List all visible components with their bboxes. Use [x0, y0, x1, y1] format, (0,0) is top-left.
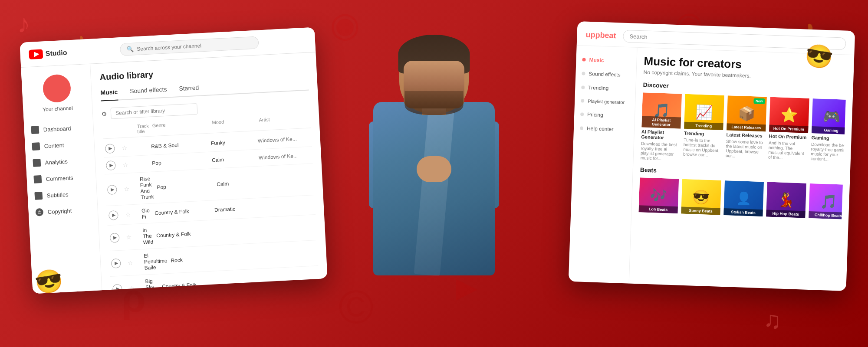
- track-play-btn[interactable]: [106, 160, 116, 170]
- yt-col-star: [121, 124, 134, 135]
- track-genre: Pop: [152, 157, 209, 167]
- track-mood: Dramatic: [214, 205, 258, 213]
- card-gaming-desc: Download the best royalty-free gaming mu…: [811, 142, 846, 162]
- uppbeat-nav-trending-label: Trending: [588, 85, 608, 92]
- card-gaming-title: Gaming: [811, 135, 845, 141]
- yt-tab-music[interactable]: Music: [100, 88, 118, 101]
- track-play-btn[interactable]: [110, 233, 120, 243]
- uppbeat-beats-cards: 🎶 Lofi Beats 😎 Sunny Beats 👤 Stylish Be: [638, 177, 843, 219]
- card-hot-desc: And in the vol nothing. The musical equi…: [768, 140, 808, 160]
- uppbeat-nav-dot-music: [582, 58, 585, 61]
- card-latest-badge: New: [753, 98, 765, 104]
- uppbeat-card-hiphop[interactable]: 💃 Hip Hop Beats: [766, 182, 806, 218]
- card-chillhop-label: Chillhop Beats: [809, 211, 843, 219]
- track-play-btn[interactable]: [108, 210, 118, 220]
- card-stylish-image: 👤 Stylish Beats: [723, 180, 764, 216]
- track-play-btn[interactable]: [107, 185, 117, 195]
- uppbeat-card-latest[interactable]: 📦 New Latest Releases Latest Releases Sh…: [725, 95, 766, 164]
- uppbeat-card-stylish[interactable]: 👤 Stylish Beats: [723, 180, 764, 216]
- card-latest-image: 📦 New Latest Releases: [727, 95, 767, 131]
- yt-search-bar[interactable]: 🔍: [120, 36, 259, 56]
- yt-body: Your channel Dashboard Content Analytics…: [21, 52, 327, 294]
- uppbeat-nav-trending[interactable]: Trending: [575, 80, 636, 96]
- yt-col-genre: Genre: [152, 120, 209, 134]
- card-gaming-label: Gaming: [812, 126, 846, 134]
- card-latest-title: Latest Releases: [727, 132, 766, 138]
- uppbeat-nav-dot-pricing: [580, 112, 584, 116]
- track-play-btn[interactable]: [105, 144, 115, 154]
- uppbeat-card-chillhop[interactable]: 🎵 Chillhop Beats: [809, 183, 843, 219]
- uppbeat-nav-dot-help: [580, 126, 583, 130]
- track-star[interactable]: ☆: [128, 259, 141, 266]
- yt-col-mood: Mood: [212, 118, 256, 130]
- yt-library-search[interactable]: [110, 103, 197, 119]
- uppbeat-nav-playlist-label: Playlist generator: [588, 98, 625, 105]
- track-genre: R&B & Soul: [151, 141, 208, 150]
- uppbeat-card-sunny[interactable]: 😎 Sunny Beats: [681, 179, 721, 215]
- yt-sidebar: Your channel Dashboard Content Analytics…: [21, 64, 102, 294]
- card-hot-title: Hot On Premium: [769, 133, 808, 140]
- track-star[interactable]: ☆: [124, 185, 137, 193]
- yt-col-artist: Artist: [259, 115, 311, 128]
- card-ai-title: AI Playlist Generator: [641, 129, 681, 141]
- uppbeat-nav-dot-playlist: [581, 99, 584, 102]
- track-artist: [261, 205, 313, 207]
- uppbeat-discover-cards: 🎵 AI Playlist Generator AI Playlist Gene…: [641, 92, 846, 167]
- yt-avatar: [42, 74, 71, 103]
- yt-tabs: Music Sound effects Starred: [100, 78, 309, 101]
- uppbeat-nav-soundeffects-label: Sound effects: [589, 71, 621, 78]
- yt-main: Audio library Music Sound effects Starre…: [90, 52, 328, 293]
- yt-col-title: Track title: [137, 123, 149, 134]
- yt-nav-copyright[interactable]: © Copyright: [28, 201, 98, 221]
- uppbeat-card-ai[interactable]: 🎵 AI Playlist Generator AI Playlist Gene…: [641, 92, 682, 161]
- track-artist: [263, 227, 315, 230]
- card-latest-desc: Show some love to the latest music on Up…: [726, 139, 765, 159]
- track-star[interactable]: ☆: [122, 144, 135, 152]
- card-latest-label: Latest Releases: [727, 123, 766, 131]
- uppbeat-sidebar: Music Sound effects Trending Playlist ge…: [569, 46, 638, 284]
- track-mood: Calm: [212, 155, 256, 163]
- card-trending-title: Trending: [684, 130, 723, 137]
- yt-analytics-icon: [33, 159, 41, 167]
- yt-logo-text: Studio: [45, 49, 67, 58]
- card-stylish-label: Stylish Beats: [723, 208, 763, 216]
- uppbeat-body: Music Sound effects Trending Playlist ge…: [569, 46, 855, 291]
- yt-tab-starred[interactable]: Starred: [179, 84, 199, 96]
- track-play-btn[interactable]: [111, 259, 121, 268]
- track-star[interactable]: ☆: [126, 233, 140, 241]
- uppbeat-nav-dot-trending: [581, 85, 585, 89]
- yt-search-input[interactable]: [137, 40, 252, 52]
- card-ai-image: 🎵 AI Playlist Generator: [641, 92, 682, 128]
- card-lofi-image: 🎶 Lofi Beats: [638, 177, 679, 213]
- uppbeat-nav-help-label: Help center: [587, 125, 614, 132]
- yt-logo: Studio: [29, 48, 67, 59]
- uppbeat-card-trending[interactable]: 📈 Trending Trending Tune-in to the hotte…: [683, 94, 724, 163]
- uppbeat-nav-playlist[interactable]: Playlist generator: [575, 94, 635, 109]
- track-star[interactable]: ☆: [122, 161, 136, 169]
- uppbeat-card-gaming[interactable]: 🎮 Gaming Gaming Download the best royalt…: [810, 98, 845, 167]
- uppbeat-logo-text: uppbeat: [585, 30, 616, 40]
- yt-content-icon: [32, 142, 40, 151]
- card-sunny-image: 😎 Sunny Beats: [681, 179, 721, 215]
- yt-comments-icon: [33, 175, 42, 183]
- uppbeat-card-lofi[interactable]: 🎶 Lofi Beats: [638, 177, 679, 213]
- uppbeat-nav-music[interactable]: Music: [576, 52, 637, 69]
- track-mood: Calm: [217, 179, 260, 187]
- yt-nav-analytics-label: Analytics: [45, 158, 68, 166]
- yt-nav-subtitles-label: Subtitles: [46, 191, 69, 199]
- track-genre: Country & Folk: [155, 207, 211, 216]
- uppbeat-logo: uppbeat: [585, 30, 616, 40]
- uppbeat-card-hot[interactable]: ⭐ Hot On Premium Hot On Premium And in t…: [768, 97, 809, 166]
- yt-tab-soundeffects[interactable]: Sound effects: [130, 86, 168, 99]
- uppbeat-nav-soundeffects[interactable]: Sound effects: [575, 66, 636, 82]
- track-genre: Rock: [171, 255, 227, 264]
- uppbeat-nav-help[interactable]: Help center: [574, 121, 635, 137]
- track-mood: [230, 255, 274, 257]
- uppbeat-nav-dot-sound: [582, 72, 585, 75]
- card-trending-label: Trending: [684, 121, 723, 130]
- track-title: Glo Fi: [141, 207, 151, 220]
- card-gaming-image: 🎮 Gaming: [812, 98, 846, 134]
- track-star[interactable]: ☆: [125, 210, 138, 218]
- card-lofi-label: Lofi Beats: [638, 205, 678, 213]
- uppbeat-nav-pricing[interactable]: Pricing: [574, 107, 635, 123]
